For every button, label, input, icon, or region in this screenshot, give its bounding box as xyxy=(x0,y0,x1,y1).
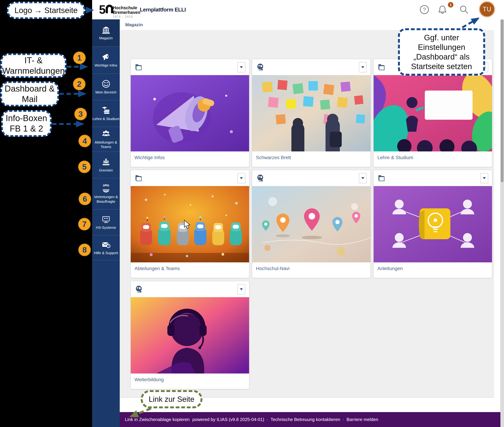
card-title[interactable]: Lehre & Studium xyxy=(374,152,492,160)
annotation-link-zur-seite: Link zur Seite xyxy=(141,390,202,408)
card-wichtige-infos[interactable]: Wichtige Infos xyxy=(130,59,249,167)
card-actions-dropdown[interactable] xyxy=(237,284,245,294)
card-title[interactable]: Weiterbildung xyxy=(131,374,249,382)
annotation-number-4: 4 xyxy=(78,135,91,147)
annotation-number-8: 8 xyxy=(78,244,91,256)
card-actions-dropdown[interactable] xyxy=(237,173,245,183)
card-title[interactable]: Anleitungen xyxy=(374,262,492,271)
logo-digit-5: 5 xyxy=(99,4,106,15)
annotation-text: IT- & xyxy=(24,55,43,66)
chevron-down-icon xyxy=(361,177,364,179)
sidebar-item-label: Abteilungen & Teams xyxy=(93,140,120,149)
notification-count-badge: 1 xyxy=(448,2,453,8)
chevron-down-icon xyxy=(483,177,486,179)
card-actions-dropdown[interactable] xyxy=(480,173,488,183)
card-actions-dropdown[interactable] xyxy=(237,62,245,72)
top-header-bar: 50 5 Hochschule Bremerhaven 1975 - 2025 … xyxy=(92,0,504,20)
footer-barrier-link[interactable]: Barriere melden xyxy=(347,417,378,422)
annotation-text: Warnmeldungen xyxy=(2,66,65,76)
sidebar-item-hs-systeme[interactable]: HS-Systeme xyxy=(92,210,120,235)
svg-text:?: ? xyxy=(108,245,109,247)
folder-icon xyxy=(134,174,142,182)
smiley-icon xyxy=(101,79,110,88)
sidebar-item-label: Mein Bereich xyxy=(93,90,120,94)
chevron-down-icon xyxy=(240,288,243,290)
chevron-down-icon xyxy=(240,66,243,68)
sidebar-item-vertretungen-beauftragte[interactable]: Vertretungen & Beauftragte xyxy=(92,178,120,210)
card-title[interactable]: Abteilungen & Teams xyxy=(131,262,249,271)
card-schwarzes-brett[interactable]: Schwarzes Brett xyxy=(252,59,371,167)
sidebar-item-magazin[interactable]: Magazin xyxy=(92,19,120,47)
user-avatar[interactable]: TU xyxy=(479,1,495,17)
mail-help-icon: ? xyxy=(101,240,110,249)
svg-text:?: ? xyxy=(423,7,426,13)
search-icon xyxy=(459,5,469,15)
annotation-number-7: 7 xyxy=(78,218,91,230)
notifications-button[interactable] xyxy=(437,4,448,15)
annotation-text: Info-Boxen xyxy=(6,113,47,123)
monitor-password-icon xyxy=(101,215,110,224)
card-image-sticky-notes xyxy=(252,75,371,152)
annotation-dashboard-startseite: Ggf. unter Einstellungen „Dashboard“ als… xyxy=(398,28,485,76)
search-button[interactable] xyxy=(458,4,470,15)
footer-separator: · xyxy=(342,417,344,422)
link-icon xyxy=(256,63,264,71)
annotation-text: Ggf. unter xyxy=(424,33,459,42)
annotation-text: „Dashboard“ als xyxy=(413,52,470,61)
mouse-cursor xyxy=(184,220,192,230)
card-title[interactable]: Wichtige Infos xyxy=(131,152,249,160)
scrollbar-thumb[interactable] xyxy=(501,19,504,182)
card-hochschul-navi[interactable]: Hochschul-Navi xyxy=(252,170,371,278)
logo-50-mark: 50 5 xyxy=(99,4,113,15)
help-button[interactable]: ? xyxy=(419,4,430,15)
card-image-idea-cube xyxy=(374,186,492,262)
question-mark-icon: ? xyxy=(419,5,429,15)
breadcrumb[interactable]: Magazin xyxy=(125,22,143,27)
sidebar-item-gremien[interactable]: Gremien xyxy=(92,152,120,178)
footer-powered-by[interactable]: powered by ILIAS (v9.8 2025-04-01) xyxy=(192,417,264,422)
annotation-text: Link zur Seite xyxy=(149,395,194,404)
sidebar-item-label: Magazin xyxy=(93,36,120,40)
footer-copy-link[interactable]: Link in Zwischenablage kopieren xyxy=(125,417,190,422)
card-image-map-pins xyxy=(252,186,371,262)
card-title[interactable]: Schwarzes Brett xyxy=(252,152,371,160)
annotation-text: Mail xyxy=(22,94,38,104)
main-navigation-sidebar: Magazin Wichtige Infos Mein Bereich xyxy=(92,19,120,427)
sidebar-item-mein-bereich[interactable]: Mein Bereich xyxy=(92,74,120,100)
card-image-megaphone xyxy=(131,75,249,152)
footer-support-link[interactable]: Technische Betreuung kontaktieren xyxy=(271,417,340,422)
annotation-number-3: 3 xyxy=(74,108,87,120)
sidebar-item-label: HS-Systeme xyxy=(93,225,120,230)
annotation-text: Logo → Startseite xyxy=(14,6,78,15)
card-anleitungen[interactable]: Anleitungen xyxy=(373,170,492,278)
annotation-text: Einstellungen xyxy=(418,42,465,52)
sidebar-item-label: Gremien xyxy=(93,168,120,173)
sidebar-item-lehre-studium[interactable]: Lehre & Studium xyxy=(92,100,120,127)
footer-bar: Link in Zwischenablage kopieren powered … xyxy=(120,412,500,427)
link-icon xyxy=(134,285,143,293)
chevron-down-icon xyxy=(240,177,243,179)
card-actions-dropdown[interactable] xyxy=(359,173,367,183)
annotation-number-2: 2 xyxy=(73,78,85,90)
sidebar-item-hilfe-support[interactable]: ? Hilfe & Support xyxy=(92,235,120,260)
globe-people-icon xyxy=(101,184,110,193)
hochschule-bremerhaven-logo[interactable]: 50 5 Hochschule Bremerhaven 1975 - 2025 xyxy=(99,1,140,18)
people-group-icon xyxy=(101,130,110,138)
sidebar-item-wichtige-infos[interactable]: Wichtige Infos xyxy=(92,47,120,74)
logo-name-line1: Hochschule xyxy=(113,6,140,10)
bank-icon xyxy=(102,26,110,34)
screenshot-root: 50 5 Hochschule Bremerhaven 1975 - 2025 … xyxy=(0,0,504,427)
folder-icon xyxy=(377,63,385,71)
annotation-it-warnmeldungen: IT- & Warnmeldungen xyxy=(0,53,66,78)
card-image-presentation xyxy=(374,75,492,152)
logo-arch-zero xyxy=(106,5,113,13)
folder-icon xyxy=(134,63,142,71)
sidebar-item-abteilungen-teams[interactable]: Abteilungen & Teams xyxy=(92,127,120,152)
card-title[interactable]: Hochschul-Navi xyxy=(252,262,371,271)
annotation-number-1: 1 xyxy=(73,52,86,64)
sidebar-item-label: Lehre & Studium xyxy=(93,117,120,121)
committee-icon xyxy=(101,157,110,166)
card-actions-dropdown[interactable] xyxy=(359,62,367,72)
link-icon xyxy=(256,174,264,182)
card-weiterbildung[interactable]: Weiterbildung xyxy=(130,281,249,389)
